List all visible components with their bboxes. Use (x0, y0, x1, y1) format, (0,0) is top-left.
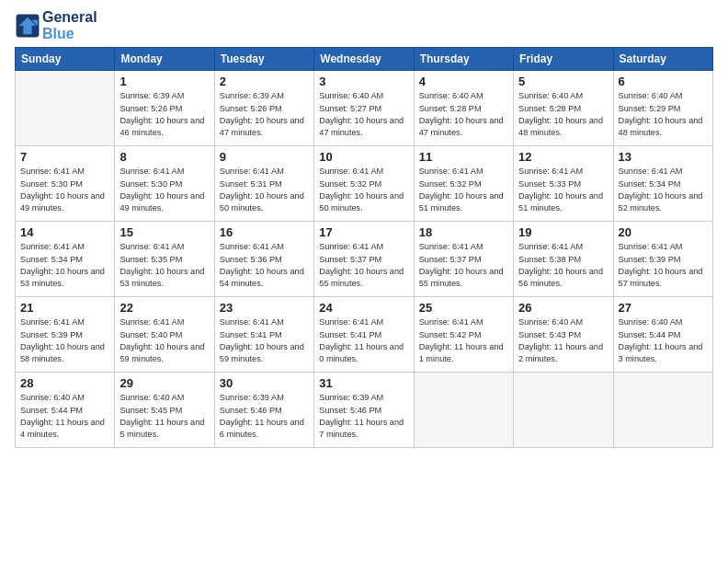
calendar-cell: 21Sunrise: 6:41 AMSunset: 5:39 PMDayligh… (16, 297, 115, 373)
sun-info: Sunrise: 6:40 AMSunset: 5:29 PMDaylight:… (619, 90, 708, 139)
sun-info: Sunrise: 6:41 AMSunset: 5:34 PMDaylight:… (20, 241, 109, 290)
calendar-cell: 10Sunrise: 6:41 AMSunset: 5:32 PMDayligh… (314, 146, 414, 222)
day-number: 30 (220, 376, 309, 390)
sun-info: Sunrise: 6:40 AMSunset: 5:44 PMDaylight:… (20, 392, 109, 441)
calendar-cell: 6Sunrise: 6:40 AMSunset: 5:29 PMDaylight… (613, 71, 712, 146)
sun-info: Sunrise: 6:41 AMSunset: 5:41 PMDaylight:… (220, 316, 309, 365)
calendar-cell: 29Sunrise: 6:40 AMSunset: 5:45 PMDayligh… (115, 373, 214, 448)
week-row-2: 7Sunrise: 6:41 AMSunset: 5:30 PMDaylight… (16, 146, 713, 222)
calendar-cell: 20Sunrise: 6:41 AMSunset: 5:39 PMDayligh… (613, 222, 712, 297)
calendar-cell (16, 71, 115, 146)
calendar-cell: 31Sunrise: 6:39 AMSunset: 5:46 PMDayligh… (314, 373, 414, 448)
sun-info: Sunrise: 6:39 AMSunset: 5:26 PMDaylight:… (119, 90, 209, 139)
day-number: 31 (319, 376, 408, 390)
day-number: 4 (419, 75, 508, 88)
calendar-body: 1Sunrise: 6:39 AMSunset: 5:26 PMDaylight… (16, 71, 713, 448)
calendar-cell: 5Sunrise: 6:40 AMSunset: 5:28 PMDaylight… (514, 71, 613, 146)
calendar-cell: 12Sunrise: 6:41 AMSunset: 5:33 PMDayligh… (514, 146, 613, 222)
day-number: 9 (220, 150, 309, 164)
sun-info: Sunrise: 6:41 AMSunset: 5:39 PMDaylight:… (20, 316, 109, 365)
calendar-header-row: SundayMondayTuesdayWednesdayThursdayFrid… (16, 48, 713, 71)
day-header-wednesday: Wednesday (314, 48, 414, 71)
week-row-3: 14Sunrise: 6:41 AMSunset: 5:34 PMDayligh… (16, 222, 713, 297)
sun-info: Sunrise: 6:41 AMSunset: 5:31 PMDaylight:… (220, 166, 309, 214)
sun-info: Sunrise: 6:39 AMSunset: 5:26 PMDaylight:… (220, 90, 309, 139)
calendar-cell: 13Sunrise: 6:41 AMSunset: 5:34 PMDayligh… (613, 146, 712, 222)
week-row-4: 21Sunrise: 6:41 AMSunset: 5:39 PMDayligh… (16, 297, 713, 373)
calendar-cell: 14Sunrise: 6:41 AMSunset: 5:34 PMDayligh… (16, 222, 115, 297)
sun-info: Sunrise: 6:41 AMSunset: 5:37 PMDaylight:… (319, 241, 408, 290)
sun-info: Sunrise: 6:40 AMSunset: 5:27 PMDaylight:… (319, 90, 408, 139)
day-number: 21 (20, 301, 109, 315)
day-number: 25 (419, 301, 508, 315)
sun-info: Sunrise: 6:40 AMSunset: 5:45 PMDaylight:… (119, 392, 209, 441)
calendar-cell: 30Sunrise: 6:39 AMSunset: 5:46 PMDayligh… (214, 373, 313, 448)
sun-info: Sunrise: 6:41 AMSunset: 5:42 PMDaylight:… (419, 316, 508, 365)
day-number: 3 (319, 75, 408, 88)
calendar-cell: 27Sunrise: 6:40 AMSunset: 5:44 PMDayligh… (613, 297, 712, 373)
sun-info: Sunrise: 6:41 AMSunset: 5:40 PMDaylight:… (119, 316, 209, 365)
calendar-cell: 15Sunrise: 6:41 AMSunset: 5:35 PMDayligh… (115, 222, 214, 297)
day-header-thursday: Thursday (414, 48, 513, 71)
day-header-tuesday: Tuesday (214, 48, 313, 71)
day-number: 29 (119, 376, 209, 390)
logo-icon (15, 13, 40, 39)
day-number: 27 (619, 301, 708, 315)
header: General Blue (15, 9, 713, 41)
calendar-cell: 18Sunrise: 6:41 AMSunset: 5:37 PMDayligh… (414, 222, 513, 297)
calendar-cell: 23Sunrise: 6:41 AMSunset: 5:41 PMDayligh… (214, 297, 313, 373)
sun-info: Sunrise: 6:41 AMSunset: 5:35 PMDaylight:… (119, 241, 209, 290)
sun-info: Sunrise: 6:41 AMSunset: 5:38 PMDaylight:… (518, 241, 608, 290)
calendar-cell: 17Sunrise: 6:41 AMSunset: 5:37 PMDayligh… (314, 222, 414, 297)
calendar-cell (514, 373, 613, 448)
calendar-cell: 2Sunrise: 6:39 AMSunset: 5:26 PMDaylight… (214, 71, 313, 146)
day-number: 18 (419, 225, 508, 239)
sun-info: Sunrise: 6:41 AMSunset: 5:30 PMDaylight:… (20, 166, 109, 214)
sun-info: Sunrise: 6:41 AMSunset: 5:34 PMDaylight:… (619, 166, 708, 214)
calendar-cell: 24Sunrise: 6:41 AMSunset: 5:41 PMDayligh… (314, 297, 414, 373)
day-number: 20 (619, 225, 708, 239)
day-number: 13 (619, 150, 708, 164)
logo-text: General Blue (42, 9, 97, 41)
day-number: 6 (619, 75, 708, 88)
day-number: 17 (319, 225, 408, 239)
sun-info: Sunrise: 6:41 AMSunset: 5:32 PMDaylight:… (419, 166, 508, 214)
sun-info: Sunrise: 6:41 AMSunset: 5:32 PMDaylight:… (319, 166, 408, 214)
sun-info: Sunrise: 6:40 AMSunset: 5:28 PMDaylight:… (518, 90, 608, 139)
sun-info: Sunrise: 6:40 AMSunset: 5:28 PMDaylight:… (419, 90, 508, 139)
calendar-cell: 11Sunrise: 6:41 AMSunset: 5:32 PMDayligh… (414, 146, 513, 222)
sun-info: Sunrise: 6:41 AMSunset: 5:37 PMDaylight:… (419, 241, 508, 290)
calendar-cell: 7Sunrise: 6:41 AMSunset: 5:30 PMDaylight… (16, 146, 115, 222)
day-number: 16 (220, 225, 309, 239)
week-row-5: 28Sunrise: 6:40 AMSunset: 5:44 PMDayligh… (16, 373, 713, 448)
calendar-cell: 9Sunrise: 6:41 AMSunset: 5:31 PMDaylight… (214, 146, 313, 222)
calendar-cell: 16Sunrise: 6:41 AMSunset: 5:36 PMDayligh… (214, 222, 313, 297)
day-number: 24 (319, 301, 408, 315)
logo: General Blue (15, 9, 97, 41)
week-row-1: 1Sunrise: 6:39 AMSunset: 5:26 PMDaylight… (16, 71, 713, 146)
calendar-cell (414, 373, 513, 448)
calendar-table: SundayMondayTuesdayWednesdayThursdayFrid… (15, 47, 713, 448)
calendar-cell: 28Sunrise: 6:40 AMSunset: 5:44 PMDayligh… (16, 373, 115, 448)
day-number: 15 (119, 225, 209, 239)
calendar-cell: 25Sunrise: 6:41 AMSunset: 5:42 PMDayligh… (414, 297, 513, 373)
sun-info: Sunrise: 6:41 AMSunset: 5:33 PMDaylight:… (518, 166, 608, 214)
day-number: 14 (20, 225, 109, 239)
day-number: 5 (518, 75, 608, 88)
day-number: 26 (518, 301, 608, 315)
sun-info: Sunrise: 6:41 AMSunset: 5:41 PMDaylight:… (319, 316, 408, 365)
day-number: 10 (319, 150, 408, 164)
day-number: 19 (518, 225, 608, 239)
day-number: 7 (20, 150, 109, 164)
sun-info: Sunrise: 6:41 AMSunset: 5:36 PMDaylight:… (220, 241, 309, 290)
calendar-cell: 22Sunrise: 6:41 AMSunset: 5:40 PMDayligh… (115, 297, 214, 373)
calendar-cell: 19Sunrise: 6:41 AMSunset: 5:38 PMDayligh… (514, 222, 613, 297)
sun-info: Sunrise: 6:40 AMSunset: 5:44 PMDaylight:… (619, 316, 708, 365)
calendar-cell (613, 373, 712, 448)
sun-info: Sunrise: 6:40 AMSunset: 5:43 PMDaylight:… (518, 316, 608, 365)
day-header-monday: Monday (115, 48, 214, 71)
day-number: 28 (20, 376, 109, 390)
calendar-cell: 3Sunrise: 6:40 AMSunset: 5:27 PMDaylight… (314, 71, 414, 146)
sun-info: Sunrise: 6:41 AMSunset: 5:30 PMDaylight:… (119, 166, 209, 214)
day-number: 12 (518, 150, 608, 164)
